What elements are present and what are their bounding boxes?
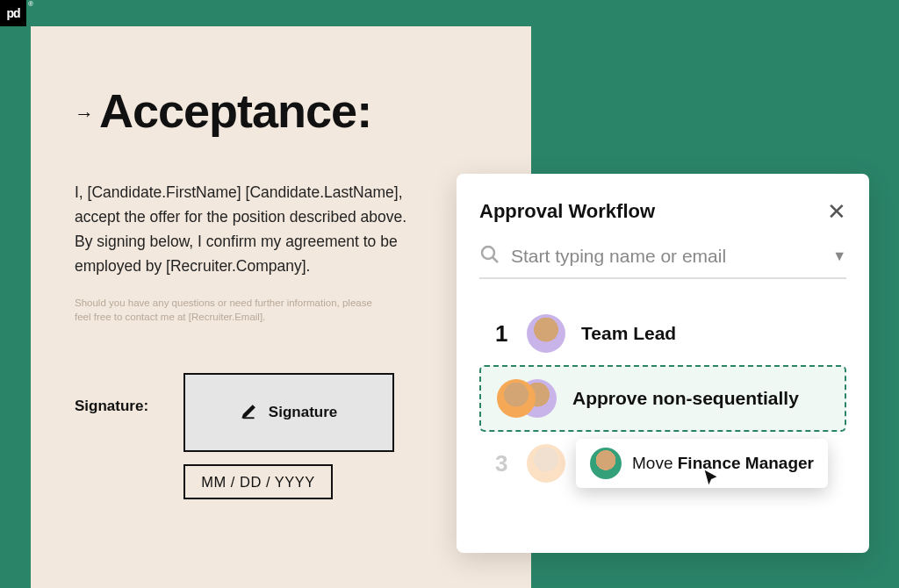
date-field[interactable]: MM / DD / YYYY [183, 464, 333, 499]
fine-print-text: Should you have any questions or need fu… [75, 296, 373, 324]
signature-field[interactable]: Signature [183, 373, 394, 452]
workflow-step-dropzone[interactable]: Approve non-sequentially [479, 365, 846, 432]
approver-search[interactable]: ▼ [479, 244, 846, 279]
svg-line-1 [493, 257, 498, 262]
close-icon[interactable]: ✕ [827, 200, 846, 223]
step-role: Team Lead [581, 323, 676, 344]
signature-label: Signature: [75, 398, 148, 415]
registered-mark: ® [28, 0, 33, 8]
workflow-step-1[interactable]: 1 Team Lead [479, 302, 846, 365]
signature-field-label: Signature [269, 404, 337, 421]
arrow-right-icon: → [75, 103, 94, 125]
date-placeholder: MM / DD / YYYY [201, 474, 315, 491]
dropzone-label: Approve non-sequentially [572, 388, 799, 409]
avatar [527, 444, 565, 483]
step-number: 1 [495, 320, 511, 348]
workflow-title: Approval Workflow [479, 200, 655, 223]
cursor-icon [702, 469, 722, 491]
avatar [527, 314, 565, 353]
svg-point-0 [482, 247, 494, 259]
avatar [590, 448, 622, 479]
search-icon [479, 244, 500, 269]
approval-workflow-panel: Approval Workflow ✕ ▼ 1 Team Lead Approv… [457, 174, 869, 553]
avatar-group [497, 379, 557, 418]
page-title: Acceptance: [99, 83, 371, 138]
acceptance-body-text: I, [Candidate.FirstName] [Candidate.Last… [75, 180, 417, 278]
pen-icon [241, 401, 260, 425]
chevron-down-icon[interactable]: ▼ [832, 248, 846, 264]
search-input[interactable] [511, 246, 822, 267]
tooltip-text: Move Finance Manager [632, 454, 814, 473]
step-number: 3 [495, 450, 511, 477]
pd-logo-badge: pd [0, 0, 26, 26]
